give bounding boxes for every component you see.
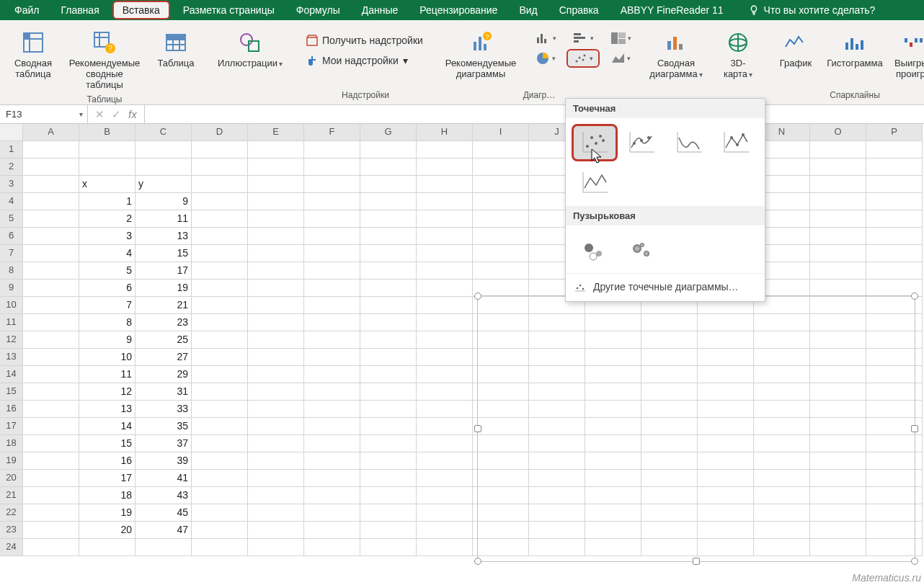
row-header[interactable]: 14 <box>0 366 23 383</box>
cancel-icon[interactable]: ✕ <box>95 108 105 121</box>
cell[interactable] <box>417 314 473 331</box>
cell[interactable]: 27 <box>136 349 192 366</box>
cell[interactable]: 41 <box>136 470 192 487</box>
cell[interactable] <box>360 349 417 366</box>
cell[interactable] <box>192 228 248 245</box>
cell[interactable] <box>417 331 473 349</box>
cell[interactable] <box>810 176 866 193</box>
cell[interactable] <box>810 158 866 176</box>
cell[interactable] <box>417 245 473 262</box>
column-header[interactable]: P <box>866 124 923 141</box>
cell[interactable] <box>417 435 473 452</box>
more-scatter-charts-option[interactable]: Другие точечные диаграммы… <box>566 273 765 300</box>
enter-icon[interactable]: ✓ <box>112 108 121 121</box>
cell[interactable] <box>23 176 79 193</box>
cell[interactable] <box>304 314 360 331</box>
row-header[interactable]: 1 <box>0 141 23 158</box>
cell[interactable] <box>360 539 417 556</box>
cell[interactable] <box>248 193 304 210</box>
cell[interactable] <box>23 228 79 245</box>
cell[interactable] <box>360 280 417 297</box>
table-button[interactable]: Таблица <box>153 26 199 82</box>
cell[interactable] <box>304 193 360 210</box>
cell[interactable] <box>360 210 417 228</box>
cell[interactable] <box>417 141 473 158</box>
tab-page-layout[interactable]: Разметка страницы <box>174 1 283 19</box>
resize-handle[interactable] <box>911 558 918 565</box>
sparkline-winloss-button[interactable]: Выигрыц проигры <box>891 26 924 82</box>
cell[interactable] <box>23 401 79 418</box>
cell[interactable]: 39 <box>136 452 192 470</box>
my-addins-button[interactable]: Мои надстройки ▾ <box>301 52 430 69</box>
cell[interactable]: 9 <box>136 193 192 210</box>
cell[interactable] <box>866 141 923 158</box>
resize-handle[interactable] <box>911 292 918 300</box>
cell[interactable] <box>248 314 304 331</box>
cell[interactable] <box>360 383 417 401</box>
cell[interactable]: 15 <box>136 245 192 262</box>
row-header[interactable]: 5 <box>0 210 23 228</box>
cell[interactable] <box>304 176 360 193</box>
cell[interactable] <box>192 262 248 280</box>
column-header[interactable]: F <box>304 124 360 141</box>
tell-me-search[interactable]: Что вы хотите сделать? <box>748 4 876 16</box>
scatter-lines-markers-option[interactable] <box>715 125 758 160</box>
illustrations-button[interactable]: Иллюстрации▾ <box>210 26 290 82</box>
cell[interactable]: 17 <box>136 262 192 280</box>
cell[interactable] <box>192 366 248 383</box>
cell[interactable] <box>304 522 360 539</box>
cell[interactable]: 23 <box>136 314 192 331</box>
cell[interactable] <box>360 176 417 193</box>
cell[interactable] <box>79 141 136 158</box>
cell[interactable] <box>304 158 360 176</box>
cell[interactable] <box>866 228 923 245</box>
cell[interactable] <box>360 158 417 176</box>
cell[interactable] <box>417 487 473 504</box>
tab-help[interactable]: Справка <box>551 1 608 19</box>
cell[interactable] <box>360 452 417 470</box>
cell[interactable] <box>23 366 79 383</box>
cell[interactable]: 13 <box>136 228 192 245</box>
cell[interactable] <box>360 141 417 158</box>
cell[interactable] <box>304 141 360 158</box>
tab-insert[interactable]: Вставка <box>112 1 170 19</box>
cell[interactable] <box>248 418 304 435</box>
cell[interactable] <box>23 452 79 470</box>
row-header[interactable]: 10 <box>0 297 23 314</box>
cell[interactable] <box>360 193 417 210</box>
cell[interactable]: y <box>136 176 192 193</box>
cell[interactable]: 9 <box>79 331 136 349</box>
cell[interactable]: 19 <box>136 280 192 297</box>
column-header[interactable]: A <box>23 124 79 141</box>
cell[interactable]: 1 <box>79 193 136 210</box>
tab-review[interactable]: Рецензирование <box>411 1 506 19</box>
row-header[interactable]: 16 <box>0 401 23 418</box>
cell[interactable]: 47 <box>136 522 192 539</box>
cell[interactable] <box>136 141 192 158</box>
cell[interactable] <box>192 470 248 487</box>
row-header[interactable]: 7 <box>0 245 23 262</box>
cell[interactable] <box>248 262 304 280</box>
cell[interactable] <box>417 383 473 401</box>
tab-formulas[interactable]: Формулы <box>288 1 349 19</box>
cell[interactable] <box>417 522 473 539</box>
pivot-table-button[interactable]: Сводная таблица <box>10 26 56 82</box>
cell[interactable] <box>304 435 360 452</box>
cell[interactable] <box>192 210 248 228</box>
scatter-lines-option[interactable] <box>573 166 616 200</box>
cell[interactable] <box>248 297 304 314</box>
cell[interactable] <box>417 366 473 383</box>
row-header[interactable]: 20 <box>0 470 23 487</box>
resize-handle[interactable] <box>474 292 481 300</box>
cell[interactable] <box>304 383 360 401</box>
cell[interactable] <box>473 210 529 228</box>
cell[interactable] <box>248 280 304 297</box>
get-addins-button[interactable]: Получить надстройки <box>301 32 430 49</box>
cell[interactable] <box>417 452 473 470</box>
cell[interactable] <box>417 401 473 418</box>
row-header[interactable]: 21 <box>0 487 23 504</box>
row-header[interactable]: 6 <box>0 228 23 245</box>
cell[interactable] <box>304 280 360 297</box>
row-header[interactable]: 12 <box>0 331 23 349</box>
cell[interactable] <box>473 176 529 193</box>
